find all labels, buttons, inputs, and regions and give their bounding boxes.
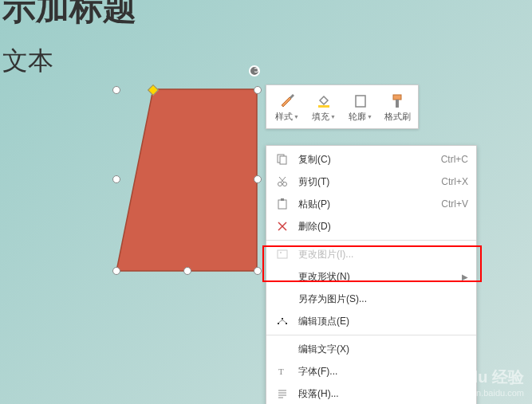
blank-icon: [274, 343, 290, 355]
outline-label: 轮廓: [349, 111, 366, 123]
svg-rect-11: [278, 200, 286, 209]
dropdown-arrow-icon: ▼: [367, 114, 372, 120]
menu-separator: [266, 240, 476, 241]
menu-delete[interactable]: 删除(D): [266, 215, 476, 237]
selection-handle-ml[interactable]: [112, 175, 120, 183]
format-painter-label: 格式刷: [384, 111, 411, 123]
menu-copy[interactable]: 复制(C) Ctrl+C: [266, 148, 476, 171]
menu-cut-label: 剪切(T): [298, 175, 441, 189]
selection-handle-tl[interactable]: [112, 86, 120, 94]
svg-rect-12: [281, 198, 284, 201]
menu-change-shape[interactable]: 更改形状(N) ▶: [266, 265, 476, 288]
paragraph-icon: [274, 387, 290, 400]
svg-rect-17: [278, 323, 279, 324]
svg-rect-4: [396, 100, 399, 108]
format-painter-icon: [388, 92, 406, 111]
mini-toolbar: 样式▼ 填充▼ 轮廓▼ 格式刷: [266, 84, 419, 129]
brush-icon: [278, 92, 296, 111]
menu-copy-label: 复制(C): [298, 153, 441, 167]
menu-edit-vertices[interactable]: 编辑顶点(E): [266, 310, 476, 332]
selection-handle-bl[interactable]: [112, 267, 120, 275]
menu-edit-vertices-label: 编辑顶点(E): [298, 315, 468, 328]
svg-marker-0: [116, 89, 257, 271]
selected-trapezoid-shape[interactable]: [113, 86, 273, 277]
menu-edit-text[interactable]: 编辑文字(X): [266, 338, 476, 360]
rotate-handle[interactable]: [249, 65, 260, 76]
fill-label: 填充: [312, 111, 329, 123]
menu-separator: [266, 335, 476, 335]
menu-cut-shortcut: Ctrl+X: [441, 176, 468, 187]
svg-rect-15: [278, 250, 287, 258]
page-title-partial: 示加标题: [2, 0, 136, 30]
menu-save-as-image-label: 另存为图片(S)...: [298, 292, 468, 306]
svg-point-16: [280, 252, 282, 253]
outline-button[interactable]: 轮廓▼: [343, 88, 378, 125]
selection-handle-bm[interactable]: [183, 267, 191, 275]
menu-paste-label: 粘贴(P): [298, 198, 441, 211]
submenu-arrow-icon: ▶: [462, 273, 468, 281]
selection-handle-br[interactable]: [254, 267, 262, 275]
svg-rect-2: [356, 96, 365, 107]
selection-handle-tr[interactable]: [254, 86, 262, 94]
svg-point-8: [283, 182, 287, 186]
outline-icon: [352, 92, 369, 111]
svg-point-7: [278, 182, 282, 186]
subtitle-text: 文本: [2, 44, 53, 79]
svg-rect-6: [280, 156, 286, 164]
blank-icon: [274, 270, 290, 283]
context-menu: 复制(C) Ctrl+C 剪切(T) Ctrl+X 粘贴(P) Ctrl+V 删…: [266, 145, 477, 404]
svg-rect-3: [393, 95, 401, 100]
menu-save-as-image[interactable]: 另存为图片(S)...: [266, 288, 476, 310]
menu-delete-label: 删除(D): [298, 220, 468, 233]
delete-icon: [274, 220, 290, 233]
menu-paragraph-label: 段落(H)...: [298, 387, 468, 401]
menu-edit-text-label: 编辑文字(X): [298, 343, 468, 356]
fill-icon: [315, 92, 333, 111]
svg-rect-1: [318, 105, 329, 108]
menu-paste[interactable]: 粘贴(P) Ctrl+V: [266, 193, 476, 215]
menu-change-shape-label: 更改形状(N): [298, 270, 462, 284]
edit-vertices-icon: [274, 315, 290, 328]
menu-paste-shortcut: Ctrl+V: [441, 198, 468, 210]
style-label: 样式: [275, 111, 293, 123]
style-button[interactable]: 样式▼: [270, 88, 305, 125]
menu-font-label: 字体(F)...: [298, 365, 468, 379]
clipboard-icon: [274, 198, 290, 210]
dropdown-arrow-icon: ▼: [294, 114, 299, 120]
menu-paragraph[interactable]: 段落(H)...: [266, 382, 476, 404]
menu-change-image: 更改图片(I)...: [266, 243, 476, 265]
menu-change-image-label: 更改图片(I)...: [298, 248, 468, 261]
selection-handle-mr[interactable]: [254, 175, 262, 183]
menu-cut[interactable]: 剪切(T) Ctrl+X: [266, 171, 476, 193]
scissors-icon: [274, 175, 290, 188]
svg-text:T: T: [278, 367, 284, 376]
blank-icon: [274, 292, 290, 305]
menu-font[interactable]: T 字体(F)...: [266, 360, 476, 382]
svg-rect-18: [286, 323, 287, 324]
image-icon: [274, 248, 290, 261]
svg-rect-19: [282, 318, 283, 320]
menu-copy-shortcut: Ctrl+C: [441, 154, 468, 165]
copy-icon: [274, 153, 290, 166]
format-painter-button[interactable]: 格式刷: [380, 88, 415, 125]
dropdown-arrow-icon: ▼: [330, 114, 336, 120]
fill-button[interactable]: 填充▼: [306, 88, 341, 125]
font-icon: T: [274, 365, 290, 378]
